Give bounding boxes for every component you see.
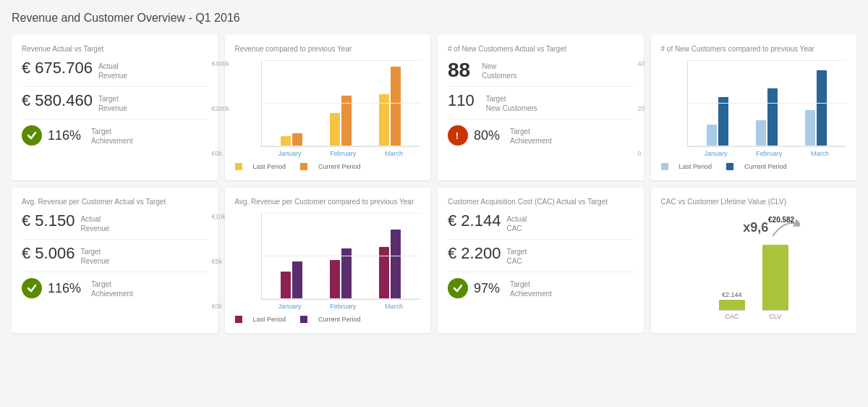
card6-bar-jan-last — [281, 272, 291, 299]
page-title: Revenue and Customer Overview - Q1 2016 — [12, 12, 856, 25]
card7-actual-value: € 2.144 — [448, 213, 501, 229]
card4-y-bot: 0 — [638, 150, 645, 157]
card2-legend-last-dot — [235, 163, 242, 170]
card2-bar-mar-curr — [391, 67, 401, 146]
card5-target-label: TargetRevenue — [80, 246, 109, 266]
card6-bar-feb-curr — [341, 248, 352, 299]
card7-target-block: € 2.200 TargetCAC — [448, 246, 634, 266]
card6-x-labels: January February March — [261, 303, 421, 310]
card6-x-mar: March — [385, 303, 403, 310]
card2-x-mar: March — [385, 150, 403, 157]
card4-bar-jan-last — [707, 125, 717, 146]
card1-achievement-label: TargetAchievement — [91, 125, 133, 146]
card-clv: CAC vs Customer Lifetime Value (CLV) x9,… — [651, 188, 857, 333]
card2-legend-curr-dot — [300, 163, 307, 170]
check-icon-1 — [22, 125, 42, 146]
card8-clv-bar-base — [762, 310, 788, 311]
dashboard: Revenue Actual vs Target € 675.706 Actua… — [12, 35, 856, 333]
card4-legend-curr-dot — [726, 163, 733, 170]
card4-y-top: 40 — [638, 60, 645, 67]
card7-target-label: TargetCAC — [506, 246, 527, 266]
card7-actual-label: ActualCAC — [506, 213, 527, 233]
card8-bars: €2.144 CAC CLV — [719, 245, 788, 320]
card7-actual-block: € 2.144 ActualCAC — [448, 213, 634, 233]
card5-target-value: € 5.006 — [22, 246, 75, 261]
card4-y-labels: 40 20 0 — [638, 60, 645, 157]
card2-bar-jan-last — [281, 136, 291, 146]
card5-target-block: € 5.006 TargetRevenue — [22, 246, 208, 266]
card8-multiplier: x9,6 — [743, 220, 768, 235]
check-icon-5 — [22, 278, 42, 298]
card8-content: x9,6 €20.582 €2.144 — [661, 213, 847, 320]
card3-achievement: ! 80% TargetAchievement — [448, 125, 634, 146]
card-avg-revenue-chart: Avg. Revenue per Customer compared to pr… — [225, 188, 431, 333]
warn-icon-3: ! — [448, 125, 468, 146]
card3-title: # of New Customers Actual vs Target — [448, 45, 634, 53]
card6-bar-jan-curr — [292, 261, 302, 299]
card4-legend-curr: Current Period — [744, 163, 787, 170]
card5-achievement-pct: 116% — [48, 282, 81, 295]
card4-x-jan: January — [704, 150, 727, 157]
card1-achievement-pct: 116% — [48, 129, 81, 142]
card4-x-labels: January February March — [687, 150, 847, 157]
card2-y-top: €400k — [212, 60, 230, 67]
card-cac-kpi: Customer Acquisition Cost (CAC) Actual v… — [438, 188, 644, 333]
card5-title: Avg. Revenue per Customer Actual vs Targ… — [22, 198, 208, 206]
card8-cac-bar — [719, 300, 745, 310]
card4-x-feb: February — [756, 150, 782, 157]
card6-y-mid: €5k — [212, 258, 226, 265]
card2-bar-group-mar — [365, 67, 414, 146]
card5-achievement: 116% TargetAchievement — [22, 278, 208, 298]
card7-target-value: € 2.200 — [448, 246, 501, 261]
card2-chart-wrap: €400k €200k €0k — [235, 60, 421, 157]
card4-bar-jan-curr — [718, 97, 728, 146]
card6-bar-group-feb — [316, 248, 365, 299]
card6-chart-wrap: €10k €5k €0k — [235, 213, 421, 310]
card6-y-labels: €10k €5k €0k — [212, 213, 226, 310]
card7-achievement: 97% TargetAchievement — [448, 278, 634, 298]
card2-legend-last: Last Period — [253, 163, 286, 170]
card6-bar-mar-last — [379, 247, 389, 299]
card6-bar-group-mar — [365, 230, 414, 299]
card7-achievement-pct: 97% — [474, 282, 500, 295]
card2-y-labels: €400k €200k €0k — [212, 60, 230, 157]
card6-legend-last-dot — [235, 316, 242, 323]
card4-legend-last: Last Period — [679, 163, 712, 170]
card4-chart-area — [687, 60, 847, 147]
card1-target-value: € 580.460 — [22, 93, 93, 109]
card2-title: Revenue compared to previous Year — [235, 45, 421, 53]
card-revenue-chart: Revenue compared to previous Year €400k … — [225, 35, 431, 180]
card-customers-chart: # of New Customers compared to previous … — [651, 35, 857, 180]
card6-y-top: €10k — [212, 213, 226, 220]
card1-target-label: TargetRevenue — [98, 93, 127, 113]
card5-achievement-label: TargetAchievement — [91, 278, 133, 298]
card5-actual-block: € 5.150 ActualRevenue — [22, 213, 208, 233]
card4-bar-mar-curr — [817, 70, 827, 146]
card6-bar-group-jan — [268, 261, 317, 299]
card2-y-mid: €200k — [212, 105, 230, 112]
card4-bar-feb-curr — [767, 88, 778, 146]
card3-actual-block: 88 NewCustomers — [448, 60, 634, 80]
card4-bar-group-mar — [791, 70, 841, 146]
card7-title: Customer Acquisition Cost (CAC) Actual v… — [448, 198, 634, 206]
card-customers-kpi: # of New Customers Actual vs Target 88 N… — [438, 35, 644, 180]
card4-y-mid: 20 — [638, 105, 645, 112]
card2-chart-area — [261, 60, 421, 147]
card8-cac-x-label: CAC — [725, 313, 739, 320]
card2-x-labels: January February March — [261, 150, 421, 157]
card6-bar-feb-last — [330, 260, 340, 299]
card6-legend-last: Last Period — [253, 316, 286, 323]
card-revenue-kpi: Revenue Actual vs Target € 675.706 Actua… — [12, 35, 218, 180]
card4-bar-feb-last — [756, 120, 766, 146]
card3-actual-label: NewCustomers — [482, 60, 516, 80]
card2-bar-jan-curr — [292, 133, 302, 146]
card5-actual-label: ActualRevenue — [80, 213, 109, 233]
card8-clv-bar — [762, 245, 788, 310]
card2-bar-group-feb — [316, 96, 365, 146]
card3-achievement-pct: 80% — [474, 129, 500, 142]
card8-cac-bar-label: €2.144 — [722, 291, 742, 298]
card4-x-mar: March — [811, 150, 829, 157]
card2-x-jan: January — [278, 150, 301, 157]
card8-clv-value-top: €20.582 — [768, 216, 794, 224]
card-avg-revenue-kpi: Avg. Revenue per Customer Actual vs Targ… — [12, 188, 218, 333]
